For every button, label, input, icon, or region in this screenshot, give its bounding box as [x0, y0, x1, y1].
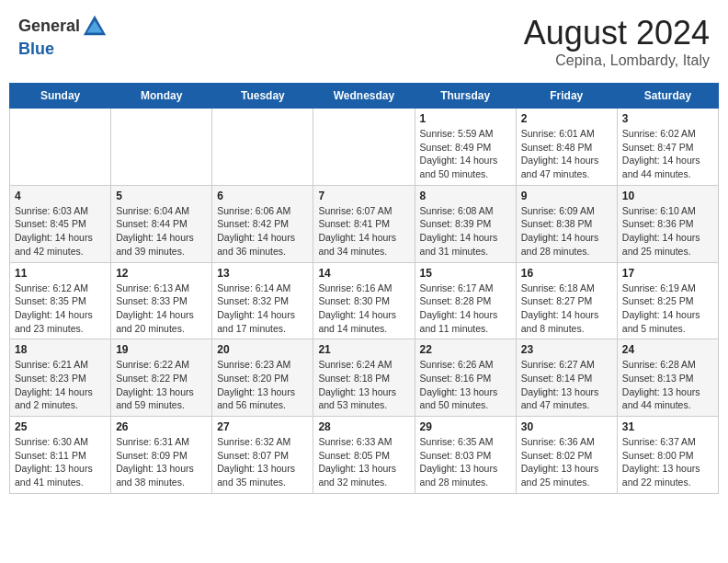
- day-number: 4: [15, 190, 106, 202]
- day-info: Sunrise: 5:59 AM Sunset: 8:49 PM Dayligh…: [420, 127, 511, 181]
- day-number: 24: [622, 343, 713, 356]
- weekday-header-cell: Saturday: [617, 84, 718, 109]
- day-number: 30: [521, 420, 612, 433]
- title-block: August 2024 Cepina, Lombardy, Italy: [524, 14, 710, 69]
- calendar-cell: 21Sunrise: 6:24 AM Sunset: 8:18 PM Dayli…: [313, 339, 415, 417]
- day-number: 7: [318, 190, 409, 202]
- calendar-cell: 8Sunrise: 6:08 AM Sunset: 8:39 PM Daylig…: [415, 185, 516, 262]
- day-info: Sunrise: 6:37 AM Sunset: 8:00 PM Dayligh…: [622, 435, 713, 489]
- day-number: 15: [420, 267, 511, 280]
- logo-blue: Blue: [18, 40, 54, 58]
- calendar-cell: 12Sunrise: 6:13 AM Sunset: 8:33 PM Dayli…: [111, 262, 212, 339]
- calendar-cell: 22Sunrise: 6:26 AM Sunset: 8:16 PM Dayli…: [415, 339, 516, 417]
- calendar-cell: 25Sunrise: 6:30 AM Sunset: 8:11 PM Dayli…: [10, 417, 111, 494]
- calendar-cell: [212, 109, 313, 186]
- calendar-cell: 16Sunrise: 6:18 AM Sunset: 8:27 PM Dayli…: [516, 262, 617, 339]
- day-info: Sunrise: 6:08 AM Sunset: 8:39 PM Dayligh…: [420, 204, 511, 259]
- calendar-cell: 17Sunrise: 6:19 AM Sunset: 8:25 PM Dayli…: [617, 262, 718, 339]
- calendar-cell: 2Sunrise: 6:01 AM Sunset: 8:48 PM Daylig…: [516, 109, 617, 186]
- day-info: Sunrise: 6:32 AM Sunset: 8:07 PM Dayligh…: [217, 435, 308, 489]
- day-number: 26: [116, 420, 207, 433]
- calendar-cell: 18Sunrise: 6:21 AM Sunset: 8:23 PM Dayli…: [10, 339, 111, 417]
- day-number: 31: [622, 420, 713, 433]
- day-info: Sunrise: 6:03 AM Sunset: 8:45 PM Dayligh…: [15, 204, 106, 259]
- calendar-cell: 20Sunrise: 6:23 AM Sunset: 8:20 PM Dayli…: [212, 339, 313, 417]
- calendar-cell: 4Sunrise: 6:03 AM Sunset: 8:45 PM Daylig…: [10, 185, 111, 262]
- calendar-cell: 15Sunrise: 6:17 AM Sunset: 8:28 PM Dayli…: [415, 262, 516, 339]
- day-info: Sunrise: 6:19 AM Sunset: 8:25 PM Dayligh…: [622, 282, 713, 336]
- calendar-cell: 19Sunrise: 6:22 AM Sunset: 8:22 PM Dayli…: [111, 339, 212, 417]
- calendar-cell: [111, 109, 212, 186]
- day-number: 17: [622, 267, 713, 280]
- calendar-cell: 5Sunrise: 6:04 AM Sunset: 8:44 PM Daylig…: [111, 185, 212, 262]
- weekday-header-cell: Monday: [111, 84, 212, 109]
- day-info: Sunrise: 6:10 AM Sunset: 8:36 PM Dayligh…: [622, 204, 713, 259]
- calendar-cell: 29Sunrise: 6:35 AM Sunset: 8:03 PM Dayli…: [415, 417, 516, 494]
- day-number: 5: [116, 190, 207, 202]
- day-number: 14: [318, 267, 409, 280]
- calendar-cell: 23Sunrise: 6:27 AM Sunset: 8:14 PM Dayli…: [516, 339, 617, 417]
- day-number: 11: [15, 267, 106, 280]
- day-info: Sunrise: 6:02 AM Sunset: 8:47 PM Dayligh…: [622, 127, 713, 181]
- day-info: Sunrise: 6:01 AM Sunset: 8:48 PM Dayligh…: [521, 127, 612, 181]
- calendar-week-row: 11Sunrise: 6:12 AM Sunset: 8:35 PM Dayli…: [10, 262, 719, 339]
- day-number: 10: [622, 190, 713, 202]
- calendar-cell: 3Sunrise: 6:02 AM Sunset: 8:47 PM Daylig…: [617, 109, 718, 186]
- day-number: 12: [116, 267, 207, 280]
- day-info: Sunrise: 6:18 AM Sunset: 8:27 PM Dayligh…: [521, 282, 612, 336]
- calendar-cell: 27Sunrise: 6:32 AM Sunset: 8:07 PM Dayli…: [212, 417, 313, 494]
- day-number: 22: [420, 343, 511, 356]
- calendar-cell: 6Sunrise: 6:06 AM Sunset: 8:42 PM Daylig…: [212, 185, 313, 262]
- day-info: Sunrise: 6:36 AM Sunset: 8:02 PM Dayligh…: [521, 435, 612, 489]
- calendar-cell: 9Sunrise: 6:09 AM Sunset: 8:38 PM Daylig…: [516, 185, 617, 262]
- calendar-cell: [10, 109, 111, 186]
- day-info: Sunrise: 6:22 AM Sunset: 8:22 PM Dayligh…: [116, 358, 207, 412]
- day-info: Sunrise: 6:24 AM Sunset: 8:18 PM Dayligh…: [318, 358, 409, 412]
- calendar-cell: 14Sunrise: 6:16 AM Sunset: 8:30 PM Dayli…: [313, 262, 415, 339]
- calendar-cell: 31Sunrise: 6:37 AM Sunset: 8:00 PM Dayli…: [617, 417, 718, 494]
- logo-general: General: [18, 17, 80, 37]
- location-subtitle: Cepina, Lombardy, Italy: [524, 52, 710, 69]
- day-info: Sunrise: 6:04 AM Sunset: 8:44 PM Dayligh…: [116, 204, 207, 259]
- day-number: 25: [15, 420, 106, 433]
- logo: General Blue: [18, 14, 108, 60]
- day-info: Sunrise: 6:09 AM Sunset: 8:38 PM Dayligh…: [521, 204, 612, 259]
- day-number: 23: [521, 343, 612, 356]
- calendar-week-row: 1Sunrise: 5:59 AM Sunset: 8:49 PM Daylig…: [10, 109, 719, 186]
- day-number: 28: [318, 420, 409, 433]
- day-number: 18: [15, 343, 106, 356]
- month-title: August 2024: [524, 14, 710, 52]
- day-number: 3: [622, 112, 713, 125]
- day-number: 8: [420, 190, 511, 202]
- day-number: 2: [521, 112, 612, 125]
- day-number: 6: [217, 190, 308, 202]
- day-number: 13: [217, 267, 308, 280]
- day-info: Sunrise: 6:27 AM Sunset: 8:14 PM Dayligh…: [521, 358, 612, 412]
- weekday-header-row: SundayMondayTuesdayWednesdayThursdayFrid…: [10, 84, 719, 109]
- calendar-table: SundayMondayTuesdayWednesdayThursdayFrid…: [9, 83, 719, 494]
- logo-icon: [82, 14, 108, 40]
- day-info: Sunrise: 6:28 AM Sunset: 8:13 PM Dayligh…: [622, 358, 713, 412]
- day-info: Sunrise: 6:26 AM Sunset: 8:16 PM Dayligh…: [420, 358, 511, 412]
- day-number: 20: [217, 343, 308, 356]
- weekday-header-cell: Friday: [516, 84, 617, 109]
- day-info: Sunrise: 6:13 AM Sunset: 8:33 PM Dayligh…: [116, 282, 207, 336]
- day-info: Sunrise: 6:23 AM Sunset: 8:20 PM Dayligh…: [217, 358, 308, 412]
- calendar-week-row: 18Sunrise: 6:21 AM Sunset: 8:23 PM Dayli…: [10, 339, 719, 417]
- calendar-cell: 7Sunrise: 6:07 AM Sunset: 8:41 PM Daylig…: [313, 185, 415, 262]
- day-number: 27: [217, 420, 308, 433]
- calendar-week-row: 25Sunrise: 6:30 AM Sunset: 8:11 PM Dayli…: [10, 417, 719, 494]
- day-info: Sunrise: 6:31 AM Sunset: 8:09 PM Dayligh…: [116, 435, 207, 489]
- day-info: Sunrise: 6:14 AM Sunset: 8:32 PM Dayligh…: [217, 282, 308, 336]
- day-info: Sunrise: 6:16 AM Sunset: 8:30 PM Dayligh…: [318, 282, 409, 336]
- day-number: 1: [420, 112, 511, 125]
- day-info: Sunrise: 6:06 AM Sunset: 8:42 PM Dayligh…: [217, 204, 308, 259]
- calendar-body: 1Sunrise: 5:59 AM Sunset: 8:49 PM Daylig…: [10, 109, 719, 494]
- calendar-cell: 26Sunrise: 6:31 AM Sunset: 8:09 PM Dayli…: [111, 417, 212, 494]
- calendar-cell: [313, 109, 415, 186]
- page-header: General Blue August 2024 Cepina, Lombard…: [9, 9, 719, 74]
- calendar-cell: 30Sunrise: 6:36 AM Sunset: 8:02 PM Dayli…: [516, 417, 617, 494]
- calendar-cell: 10Sunrise: 6:10 AM Sunset: 8:36 PM Dayli…: [617, 185, 718, 262]
- calendar-cell: 1Sunrise: 5:59 AM Sunset: 8:49 PM Daylig…: [415, 109, 516, 186]
- calendar-cell: 28Sunrise: 6:33 AM Sunset: 8:05 PM Dayli…: [313, 417, 415, 494]
